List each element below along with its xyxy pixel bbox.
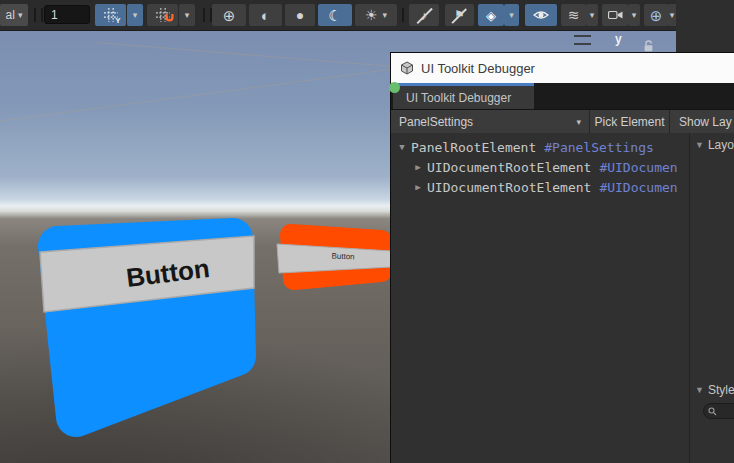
window-title: UI Toolkit Debugger [421, 61, 535, 76]
chevron-down-icon: ▾ [670, 10, 675, 20]
chevron-down-icon: ▾ [632, 10, 637, 20]
scene-audio-toggle[interactable]: ♪ [409, 4, 439, 26]
solid-sphere-icon: ● [296, 8, 304, 22]
light-settings-dropdown[interactable]: ☀ ▾ [355, 4, 397, 26]
crescent-icon: ☾ [328, 8, 341, 23]
effects-toggle[interactable]: ◈ [478, 4, 504, 26]
gizmos-dropdown[interactable]: ▾ [668, 4, 676, 26]
panel-dropdown-label: PanelSettings [399, 115, 473, 129]
layers-button[interactable]: ≋ [561, 4, 586, 26]
search-icon [708, 407, 717, 416]
tree-row[interactable]: ▶ UIDocumentRootElement #UIDocumen [391, 157, 689, 177]
grid-icon: Y [104, 8, 118, 22]
debugger-content: ▼ PanelRootElement #PanelSettings ▶ UIDo… [391, 133, 734, 463]
element-id: #PanelSettings [544, 140, 654, 155]
layout-foldout[interactable]: ▼ Layout [695, 138, 734, 152]
chevron-down-icon: ▾ [185, 10, 190, 20]
pivot-dropdown[interactable]: al ▾ [0, 4, 28, 26]
foldout-collapsed-icon[interactable]: ▶ [411, 182, 425, 192]
layout-foldout-label: Layout [708, 138, 734, 152]
panel-settings-dropdown[interactable]: PanelSettings ▾ [391, 110, 590, 133]
chevron-down-icon: ▾ [576, 117, 581, 127]
scene-visibility-toggle[interactable] [525, 4, 557, 26]
audio-muted-icon: ♪ [409, 4, 439, 26]
camera-dropdown[interactable]: ▾ [628, 4, 640, 26]
grid-size-field[interactable] [44, 5, 90, 24]
increment-snap-dropdown[interactable]: ▾ [179, 4, 195, 26]
sun-icon: ☀ [365, 8, 378, 22]
tab-label: UI Toolkit Debugger [406, 91, 511, 105]
axis-gizmo-y-label[interactable]: y [615, 32, 622, 46]
gizmo-sphere-icon: ⊕ [650, 8, 663, 23]
foldout-expanded-icon: ▼ [695, 140, 704, 150]
effects-dropdown[interactable]: ▾ [504, 4, 519, 26]
scene-lighting-toggle[interactable]: ☾ [318, 4, 352, 26]
unity-editor: al ▾ Y ▾ ▾ [0, 0, 734, 463]
styles-foldout[interactable]: ▼ Styles [695, 383, 734, 397]
element-name: PanelRootElement [411, 140, 536, 155]
half-sphere-icon: ◐ [261, 8, 270, 23]
orange-button-label: Button [331, 252, 354, 262]
scene-toolbar: al ▾ Y ▾ ▾ [0, 0, 676, 31]
chevron-down-icon: ▾ [509, 10, 514, 20]
scene-effects-off-toggle[interactable]: ⚑ [445, 4, 474, 26]
effects-layers-icon: ◈ [486, 9, 496, 22]
tree-row[interactable]: ▼ PanelRootElement #PanelSettings [391, 137, 689, 157]
pivot-label: al [6, 8, 15, 22]
camera-icon [608, 10, 623, 20]
flag-off-icon: ⚑ [445, 4, 474, 26]
element-name: UIDocumentRootElement [427, 180, 591, 195]
overlay-drag-handle[interactable] [574, 35, 591, 45]
gizmos-button[interactable]: ⊕ [644, 4, 668, 26]
tree-row[interactable]: ▶ UIDocumentRootElement #UIDocumen [391, 177, 689, 197]
grid-axis-label: Y [115, 16, 120, 25]
status-dot [389, 82, 400, 93]
styles-foldout-label: Styles [708, 383, 734, 397]
toolbar-drag-handle[interactable] [34, 8, 43, 22]
blue-button-panel[interactable]: Button [40, 236, 254, 417]
foldout-expanded-icon[interactable]: ▼ [395, 142, 409, 152]
wireframe-sphere-icon: ⊕ [223, 8, 236, 23]
foldout-collapsed-icon[interactable]: ▶ [411, 162, 425, 172]
chevron-down-icon: ▾ [590, 10, 595, 20]
shading-shaded-button[interactable]: ● [285, 4, 315, 26]
stacked-layers-icon: ≋ [568, 8, 580, 22]
window-title-bar[interactable]: UI Toolkit Debugger [391, 53, 734, 83]
element-id: #UIDocumen [599, 160, 677, 175]
shading-wireframe-button[interactable]: ⊕ [212, 4, 246, 26]
toolbar-drag-handle[interactable] [203, 8, 212, 22]
cube-icon [400, 61, 414, 75]
chevron-down-icon: ▾ [18, 10, 23, 20]
tab-ui-toolkit-debugger[interactable]: UI Toolkit Debugger [393, 83, 534, 109]
orange-button-panel[interactable]: Button [277, 235, 392, 279]
tab-strip: UI Toolkit Debugger [391, 83, 734, 109]
foldout-expanded-icon: ▼ [695, 385, 704, 395]
element-name: UIDocumentRootElement [427, 160, 591, 175]
debugger-toolbar: PanelSettings ▾ Pick Element Show Lay [391, 109, 734, 133]
style-search-input[interactable] [703, 403, 734, 419]
grid-snap-toggle[interactable]: Y [95, 4, 126, 26]
grid-snap-dropdown[interactable]: ▾ [127, 4, 143, 26]
snap-magnet-icon [156, 8, 170, 22]
chevron-down-icon: ▾ [383, 10, 388, 20]
show-layout-button[interactable]: Show Lay [670, 110, 734, 133]
element-id: #UIDocumen [599, 180, 677, 195]
inspector-panel: ▼ Layout ▼ Styles [689, 133, 734, 463]
pick-element-button[interactable]: Pick Element [590, 110, 670, 133]
camera-overlay-button[interactable] [602, 4, 628, 26]
eye-icon [533, 9, 549, 21]
increment-snap-toggle[interactable] [147, 4, 178, 26]
ui-toolkit-debugger-window: UI Toolkit Debugger UI Toolkit Debugger … [390, 52, 734, 463]
element-hierarchy-tree: ▼ PanelRootElement #PanelSettings ▶ UIDo… [391, 133, 689, 463]
editor-background [676, 0, 734, 54]
chevron-down-icon: ▾ [133, 10, 138, 20]
shading-shaded-wire-button[interactable]: ◐ [249, 4, 282, 26]
layers-dropdown[interactable]: ▾ [586, 4, 598, 26]
